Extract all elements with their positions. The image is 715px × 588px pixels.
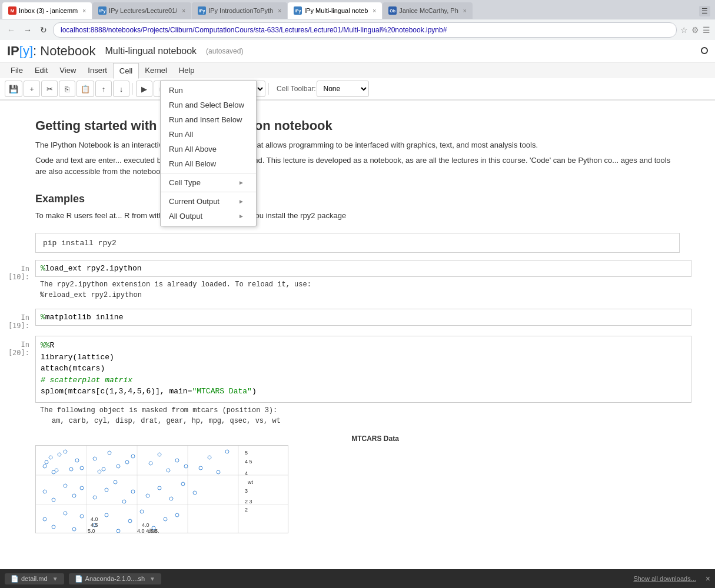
tab-lecture01-close[interactable]: × [182, 8, 185, 14]
show-all-downloads[interactable]: Show all downloads... [633, 575, 696, 582]
menu-item-cell-type[interactable]: Cell Type ► [161, 175, 256, 190]
reload-button[interactable]: ↻ [38, 24, 49, 36]
menu-file[interactable]: File [5, 63, 29, 78]
svg-point-40 [52, 498, 55, 502]
svg-point-56 [64, 512, 67, 515]
menu-sep-1 [161, 173, 256, 173]
tab-intro-close[interactable]: × [278, 8, 281, 14]
svg-point-42 [72, 494, 76, 497]
menu-item-run-insert-below[interactable]: Run and Insert Below [161, 112, 256, 127]
forward-button[interactable]: → [21, 24, 34, 36]
menu-item-run-all[interactable]: Run All [161, 127, 256, 142]
svg-text:5.0: 5.0 [88, 528, 95, 533]
add-cell-button[interactable]: + [24, 81, 40, 97]
cell-in19-code: %matplotlib inline [41, 313, 123, 322]
svg-point-52 [181, 482, 185, 486]
menu-item-run-all-above[interactable]: Run All Above [161, 142, 256, 156]
back-button[interactable]: ← [5, 24, 18, 36]
menu-view[interactable]: View [54, 63, 82, 78]
examples-p1: To make R users feel at... R from within… [35, 210, 680, 222]
svg-text:drat: drat [148, 528, 157, 533]
svg-point-9 [45, 460, 48, 464]
save-button[interactable]: 💾 [5, 81, 22, 97]
tab-janice[interactable]: Ob Janice McCarthy, Ph × [383, 2, 473, 19]
menu-button[interactable]: ☰ [703, 25, 710, 35]
new-tab-button[interactable]: ☰ [699, 6, 710, 16]
tab-multilingual-close[interactable]: × [373, 8, 376, 14]
svg-point-41 [64, 484, 67, 487]
magic-r: %% [41, 341, 50, 350]
status-close-button[interactable]: × [706, 574, 710, 583]
cell-in19-input[interactable]: %matplotlib inline [35, 309, 691, 326]
pip-install-cell: pip install rpy2 [35, 233, 680, 253]
svg-point-49 [146, 494, 149, 497]
move-down-button[interactable]: ↓ [113, 81, 129, 97]
url-bar[interactable]: localhost:8888/notebooks/Projects/Clibur… [53, 22, 677, 38]
status-file-1[interactable]: 📄 detail.md ▼ [5, 573, 64, 584]
svg-text:4.0: 4.0 [91, 516, 98, 522]
output-cols: am, carb, cyl, disp, drat, gear, hp, mpg… [52, 416, 699, 426]
menu-item-run-all-below[interactable]: Run All Below [161, 156, 256, 171]
svg-text:4.0: 4.0 [142, 522, 149, 528]
svg-point-45 [105, 488, 108, 492]
examples-heading: Examples [35, 193, 680, 205]
tab-intro-label: IPy IntroductionToPyth [208, 7, 273, 14]
run-button[interactable]: ▶ [136, 81, 152, 97]
menu-help[interactable]: Help [173, 63, 201, 78]
copy-button[interactable]: ⎘ [59, 81, 75, 97]
title-bar: IP[y]: Notebook Multi-lingual notebook (… [0, 40, 715, 62]
svg-point-25 [167, 469, 170, 472]
cell-in20-input[interactable]: %%R library(lattice) attach(mtcars) # sc… [35, 336, 691, 403]
downloads-area: Show all downloads... × [633, 574, 710, 583]
svg-text:4  5: 4 5 [245, 459, 252, 465]
ipy-favicon-3: IPy [294, 6, 302, 15]
svg-point-14 [52, 470, 55, 474]
menu-item-all-output[interactable]: All Output ► [161, 209, 256, 223]
extensions-button[interactable]: ⚙ [691, 25, 699, 35]
tab-intro[interactable]: IPy IPy IntroductionToPyth × [192, 2, 287, 19]
menu-cell[interactable]: Cell [113, 63, 139, 79]
cell-in10-wrapper: In [10]: %load_ext rpy2.ipython The rpy2… [0, 259, 715, 304]
menu-bar: File Edit View Insert Cell Kernel Help [0, 62, 715, 78]
tab-multilingual-label: IPy Multi-lingual noteb [304, 7, 368, 14]
cell-in10-input[interactable]: %load_ext rpy2.ipython [35, 260, 691, 277]
menu-insert[interactable]: Insert [82, 63, 113, 78]
svg-point-15 [80, 466, 84, 470]
file2-icon: 📄 [75, 575, 83, 583]
intro-p2: Code and text are enter... executed by c… [35, 155, 680, 178]
toolbar-sep-3 [268, 83, 269, 95]
menu-kernel[interactable]: Kernel [139, 63, 173, 78]
cell-toolbar-select[interactable]: None Slideshow Tags [317, 81, 369, 97]
cell-in10-code: %load_ext rpy2.ipython [41, 264, 142, 273]
cell-in20-wrapper: In [20]: %%R library(lattice) attach(mtc… [0, 335, 715, 430]
svg-text:3: 3 [245, 488, 248, 494]
svg-point-26 [175, 459, 179, 462]
menu-item-current-output[interactable]: Current Output ► [161, 194, 256, 209]
code-text-19: matplotlib inline [45, 313, 124, 322]
file1-dropdown[interactable]: ▼ [52, 576, 58, 582]
comment-line: # scatterplot matrix [41, 376, 132, 385]
tab-lecture01[interactable]: IPy IPy Lectures/Lecture01/ × [92, 2, 191, 19]
file2-dropdown[interactable]: ▼ [149, 576, 155, 582]
scatter-plot-wrapper: 5 4 5 4 wt 3 2 3 2 [35, 445, 715, 533]
url-text: localhost:8888/notebooks/Projects/Clibur… [61, 26, 669, 34]
tab-janice-close[interactable]: × [463, 8, 467, 14]
status-file-2[interactable]: 📄 Anaconda-2.1.0....sh ▼ [69, 573, 161, 584]
bookmark-button[interactable]: ☆ [680, 25, 688, 35]
menu-item-run-select-below[interactable]: Run and Select Below [161, 98, 256, 112]
cut-button[interactable]: ✂ [41, 81, 58, 97]
cell-dropdown-menu: Run Run and Select Below Run and Insert … [160, 80, 257, 226]
svg-point-27 [184, 465, 188, 468]
status-file2-label: Anaconda-2.1.0....sh [85, 575, 145, 582]
menu-edit[interactable]: Edit [29, 63, 54, 78]
menu-item-run[interactable]: Run [161, 83, 256, 98]
svg-point-21 [98, 470, 101, 473]
tab-multilingual[interactable]: IPy IPy Multi-lingual noteb × [288, 2, 382, 19]
notebook-content[interactable]: Getting started with R and the IPython n… [0, 101, 715, 547]
move-up-button[interactable]: ↑ [95, 81, 112, 97]
svg-point-12 [75, 459, 79, 462]
tab-gmail-close[interactable]: × [82, 8, 86, 14]
tab-janice-label: Janice McCarthy, Ph [399, 7, 458, 14]
paste-button[interactable]: 📋 [77, 81, 94, 97]
tab-gmail[interactable]: M Inbox (3) - janicemm × [2, 2, 92, 19]
